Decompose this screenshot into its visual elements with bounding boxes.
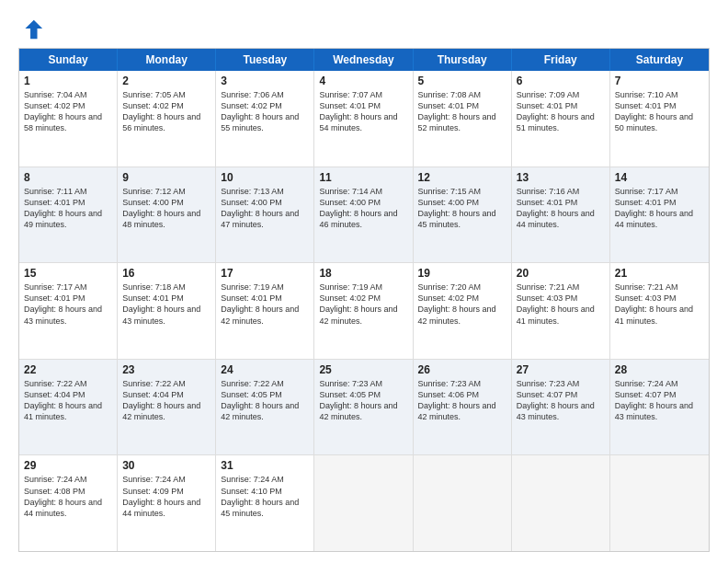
day-info: Sunrise: 7:06 AMSunset: 4:02 PMDaylight:…	[221, 89, 309, 134]
day-cell-11: 11Sunrise: 7:14 AMSunset: 4:00 PMDayligh…	[314, 167, 413, 263]
day-info: Sunrise: 7:22 AMSunset: 4:05 PMDaylight:…	[221, 378, 309, 423]
day-number: 27	[517, 363, 605, 376]
header-day-saturday: Saturday	[610, 49, 709, 71]
header-day-thursday: Thursday	[414, 49, 512, 71]
day-info: Sunrise: 7:24 AMSunset: 4:09 PMDaylight:…	[122, 474, 210, 519]
day-info: Sunrise: 7:19 AMSunset: 4:01 PMDaylight:…	[221, 282, 309, 327]
day-cell-6: 6Sunrise: 7:09 AMSunset: 4:01 PMDaylight…	[512, 71, 610, 167]
header-day-sunday: Sunday	[19, 49, 118, 71]
calendar-body: 1Sunrise: 7:04 AMSunset: 4:02 PMDaylight…	[19, 71, 709, 551]
day-number: 7	[615, 75, 704, 87]
day-number: 18	[319, 267, 407, 280]
day-info: Sunrise: 7:23 AMSunset: 4:06 PMDaylight:…	[418, 378, 506, 423]
day-number: 12	[418, 171, 506, 184]
day-number: 30	[122, 459, 210, 472]
day-number: 11	[319, 171, 407, 184]
day-number: 14	[615, 171, 704, 184]
day-number: 15	[24, 267, 112, 280]
header-day-wednesday: Wednesday	[314, 49, 413, 71]
day-cell-10: 10Sunrise: 7:13 AMSunset: 4:00 PMDayligh…	[216, 167, 314, 263]
day-cell-18: 18Sunrise: 7:19 AMSunset: 4:02 PMDayligh…	[314, 263, 413, 359]
day-cell-9: 9Sunrise: 7:12 AMSunset: 4:00 PMDaylight…	[118, 167, 216, 263]
calendar: SundayMondayTuesdayWednesdayThursdayFrid…	[18, 48, 710, 552]
day-cell-22: 22Sunrise: 7:22 AMSunset: 4:04 PMDayligh…	[19, 360, 118, 455]
day-number: 17	[221, 267, 309, 280]
day-cell-20: 20Sunrise: 7:21 AMSunset: 4:03 PMDayligh…	[512, 263, 610, 359]
day-cell-23: 23Sunrise: 7:22 AMSunset: 4:04 PMDayligh…	[118, 360, 216, 455]
header-day-friday: Friday	[512, 49, 610, 71]
day-cell-12: 12Sunrise: 7:15 AMSunset: 4:00 PMDayligh…	[414, 167, 512, 263]
day-number: 2	[122, 75, 210, 87]
day-info: Sunrise: 7:17 AMSunset: 4:01 PMDaylight:…	[615, 186, 704, 231]
day-number: 10	[221, 171, 309, 184]
day-info: Sunrise: 7:16 AMSunset: 4:01 PMDaylight:…	[517, 186, 605, 231]
day-number: 24	[221, 363, 309, 376]
day-info: Sunrise: 7:15 AMSunset: 4:00 PMDaylight:…	[418, 186, 506, 231]
logo-icon	[18, 17, 44, 42]
day-number: 31	[221, 459, 309, 472]
day-info: Sunrise: 7:19 AMSunset: 4:02 PMDaylight:…	[319, 282, 407, 327]
day-info: Sunrise: 7:21 AMSunset: 4:03 PMDaylight:…	[517, 282, 605, 327]
day-info: Sunrise: 7:14 AMSunset: 4:00 PMDaylight:…	[319, 186, 407, 231]
day-cell-26: 26Sunrise: 7:23 AMSunset: 4:06 PMDayligh…	[414, 360, 512, 455]
day-number: 19	[418, 267, 506, 280]
day-number: 16	[122, 267, 210, 280]
header-day-monday: Monday	[118, 49, 216, 71]
day-cell-13: 13Sunrise: 7:16 AMSunset: 4:01 PMDayligh…	[512, 167, 610, 263]
logo	[18, 17, 48, 42]
day-number: 22	[24, 363, 112, 376]
day-info: Sunrise: 7:05 AMSunset: 4:02 PMDaylight:…	[122, 89, 210, 134]
empty-cell	[314, 455, 413, 551]
header	[18, 17, 710, 42]
day-cell-4: 4Sunrise: 7:07 AMSunset: 4:01 PMDaylight…	[314, 71, 413, 167]
day-cell-2: 2Sunrise: 7:05 AMSunset: 4:02 PMDaylight…	[118, 71, 216, 167]
day-info: Sunrise: 7:08 AMSunset: 4:01 PMDaylight:…	[418, 89, 506, 134]
day-info: Sunrise: 7:10 AMSunset: 4:01 PMDaylight:…	[615, 89, 704, 134]
day-info: Sunrise: 7:13 AMSunset: 4:00 PMDaylight:…	[221, 186, 309, 231]
day-cell-7: 7Sunrise: 7:10 AMSunset: 4:01 PMDaylight…	[610, 71, 709, 167]
day-info: Sunrise: 7:17 AMSunset: 4:01 PMDaylight:…	[24, 282, 112, 327]
day-cell-19: 19Sunrise: 7:20 AMSunset: 4:02 PMDayligh…	[414, 263, 512, 359]
empty-cell	[610, 455, 709, 551]
day-info: Sunrise: 7:21 AMSunset: 4:03 PMDaylight:…	[615, 282, 704, 327]
day-number: 3	[221, 75, 309, 87]
day-number: 8	[24, 171, 112, 184]
day-cell-5: 5Sunrise: 7:08 AMSunset: 4:01 PMDaylight…	[414, 71, 512, 167]
day-number: 4	[319, 75, 407, 87]
day-cell-31: 31Sunrise: 7:24 AMSunset: 4:10 PMDayligh…	[216, 455, 314, 551]
day-cell-3: 3Sunrise: 7:06 AMSunset: 4:02 PMDaylight…	[216, 71, 314, 167]
day-info: Sunrise: 7:20 AMSunset: 4:02 PMDaylight:…	[418, 282, 506, 327]
week-row-3: 15Sunrise: 7:17 AMSunset: 4:01 PMDayligh…	[19, 263, 709, 360]
day-cell-30: 30Sunrise: 7:24 AMSunset: 4:09 PMDayligh…	[118, 455, 216, 551]
day-cell-16: 16Sunrise: 7:18 AMSunset: 4:01 PMDayligh…	[118, 263, 216, 359]
day-number: 23	[122, 363, 210, 376]
day-info: Sunrise: 7:11 AMSunset: 4:01 PMDaylight:…	[24, 186, 112, 231]
day-number: 28	[615, 363, 704, 376]
week-row-2: 8Sunrise: 7:11 AMSunset: 4:01 PMDaylight…	[19, 167, 709, 264]
day-number: 6	[517, 75, 605, 87]
day-info: Sunrise: 7:18 AMSunset: 4:01 PMDaylight:…	[122, 282, 210, 327]
day-cell-29: 29Sunrise: 7:24 AMSunset: 4:08 PMDayligh…	[19, 455, 118, 551]
calendar-header: SundayMondayTuesdayWednesdayThursdayFrid…	[19, 49, 709, 71]
page: SundayMondayTuesdayWednesdayThursdayFrid…	[0, 0, 728, 563]
day-number: 13	[517, 171, 605, 184]
week-row-5: 29Sunrise: 7:24 AMSunset: 4:08 PMDayligh…	[19, 455, 709, 551]
day-info: Sunrise: 7:12 AMSunset: 4:00 PMDaylight:…	[122, 186, 210, 231]
day-cell-28: 28Sunrise: 7:24 AMSunset: 4:07 PMDayligh…	[610, 360, 709, 455]
day-info: Sunrise: 7:22 AMSunset: 4:04 PMDaylight:…	[122, 378, 210, 423]
day-info: Sunrise: 7:23 AMSunset: 4:05 PMDaylight:…	[319, 378, 407, 423]
day-number: 25	[319, 363, 407, 376]
empty-cell	[512, 455, 610, 551]
day-cell-17: 17Sunrise: 7:19 AMSunset: 4:01 PMDayligh…	[216, 263, 314, 359]
day-number: 26	[418, 363, 506, 376]
day-info: Sunrise: 7:09 AMSunset: 4:01 PMDaylight:…	[517, 89, 605, 134]
week-row-1: 1Sunrise: 7:04 AMSunset: 4:02 PMDaylight…	[19, 71, 709, 167]
day-info: Sunrise: 7:22 AMSunset: 4:04 PMDaylight:…	[24, 378, 112, 423]
day-cell-27: 27Sunrise: 7:23 AMSunset: 4:07 PMDayligh…	[512, 360, 610, 455]
day-cell-25: 25Sunrise: 7:23 AMSunset: 4:05 PMDayligh…	[314, 360, 413, 455]
day-cell-8: 8Sunrise: 7:11 AMSunset: 4:01 PMDaylight…	[19, 167, 118, 263]
day-info: Sunrise: 7:23 AMSunset: 4:07 PMDaylight:…	[517, 378, 605, 423]
header-day-tuesday: Tuesday	[216, 49, 314, 71]
day-number: 9	[122, 171, 210, 184]
day-number: 21	[615, 267, 704, 280]
